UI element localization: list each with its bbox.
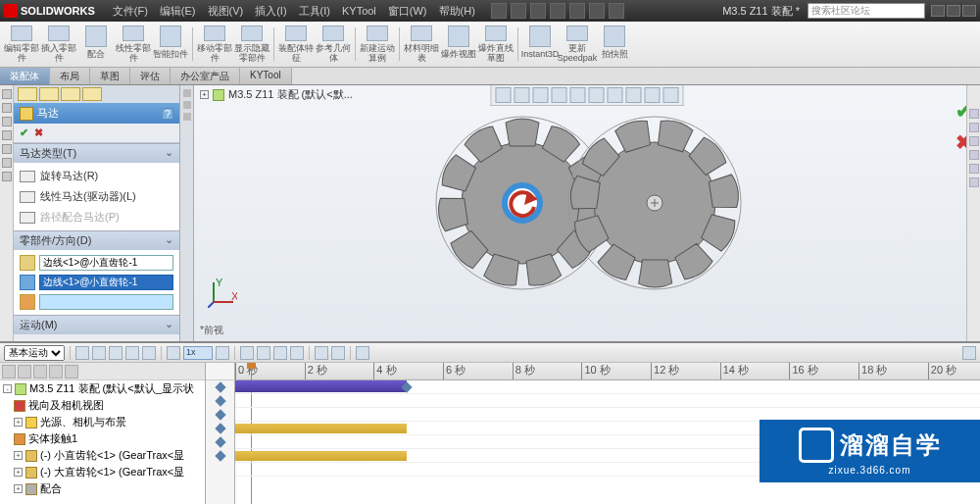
graphics-area[interactable]: + M3.5 Z11 装配 (默认<默... ✔ ✖ [194,85,980,341]
tp-view-palette-icon[interactable] [969,150,979,160]
side-icon[interactable] [2,103,12,113]
tp-file-explorer-icon[interactable] [969,136,979,146]
pm-tab-display-icon[interactable] [61,87,80,101]
key-icon[interactable] [215,450,225,461]
side-icon[interactable] [2,144,12,154]
cmd-smart-fasteners[interactable]: 智能扣件 [153,24,188,65]
ok-icon[interactable]: ✔ [20,126,28,139]
direction-input[interactable] [39,275,173,290]
restore-icon[interactable] [947,5,960,17]
cmd-bom[interactable]: 材料明细表 [404,24,439,65]
cmd-linear-pattern[interactable]: 线性零部件 [116,24,151,65]
pm-tab-config-icon[interactable] [39,87,59,101]
menu-edit[interactable]: 编辑(E) [154,2,202,21]
prev-view-icon[interactable] [533,87,549,103]
tab-kytool[interactable]: KYTool [240,68,292,84]
opt-linear-motor[interactable]: 线性马达(驱动器)(L) [18,186,175,207]
key-icon[interactable] [215,423,225,433]
cmd-snapshot[interactable]: 拍快照 [597,24,632,65]
key-icon[interactable] [215,409,225,420]
menu-view[interactable]: 视图(V) [202,2,250,21]
gravity-icon[interactable] [290,346,304,360]
key-icon[interactable] [215,395,225,406]
qat-open-icon[interactable] [511,3,526,19]
qat-print-icon[interactable] [550,3,565,19]
tree-lights[interactable]: +光源、相机与布景 [0,414,205,430]
menu-help[interactable]: 帮助(H) [433,2,481,21]
qat-new-icon[interactable] [491,3,507,19]
filter-selected-icon[interactable] [49,365,63,378]
save-anim-icon[interactable] [216,346,229,360]
menu-kytool[interactable]: KYTool [336,3,382,19]
cmd-insert-component[interactable]: 插入零部件 [41,24,76,65]
side-icon[interactable] [2,89,12,99]
plot-icon[interactable] [331,346,345,360]
tp-custom-props-icon[interactable] [969,177,979,187]
opt-rotary-motor[interactable]: 旋转马达(R) [18,166,175,186]
play-end-icon[interactable] [142,346,156,360]
tp-design-library-icon[interactable] [969,123,979,132]
qat-rebuild-icon[interactable] [589,3,605,19]
filter-anim-icon[interactable] [18,365,31,378]
side-icon[interactable] [2,130,12,140]
filter-icon[interactable] [2,365,16,378]
results-icon[interactable] [315,346,328,360]
play-icon[interactable] [109,346,122,360]
close-icon[interactable] [962,5,976,17]
calc-icon[interactable] [75,346,89,360]
cmd-assembly-features[interactable]: 装配体特征 [278,24,314,65]
play-start-icon[interactable] [92,346,106,360]
display-style-icon[interactable] [589,87,605,103]
side-icon[interactable] [2,117,12,126]
cmd-new-motion-study[interactable]: 新建运动算例 [360,24,395,65]
pm-section-motor-type[interactable]: 马达类型(T)⌄ [14,143,179,163]
tp-resources-icon[interactable] [969,109,979,119]
search-input[interactable]: 搜索社区论坛 [808,3,925,19]
track-orientation[interactable] [235,394,980,408]
tab-evaluate[interactable]: 评估 [130,68,171,84]
pm-tab-feature-icon[interactable] [18,87,37,101]
hide-show-icon[interactable] [608,87,623,103]
tree-root[interactable]: -M3.5 Z11 装配 (默认<默认_显示状 [0,380,205,397]
view-settings-icon[interactable] [663,87,679,103]
flyout-tree[interactable]: + M3.5 Z11 装配 (默认<默... [200,87,353,102]
stop-icon[interactable] [125,346,139,360]
tree-gear2[interactable]: +(-) 大直齿轮<1> (GearTrax<显 [0,464,205,480]
tab-sketch[interactable]: 草图 [90,68,130,84]
tab-assembly[interactable]: 装配体 [0,68,50,84]
menu-file[interactable]: 文件(F) [107,2,154,21]
section-view-icon[interactable] [552,87,567,103]
track-root[interactable] [235,380,980,394]
pm-section-motion[interactable]: 运动(M)⌄ [14,315,179,334]
minimize-icon[interactable] [931,5,945,17]
scene-icon[interactable] [645,87,661,103]
motor-add-icon[interactable] [240,346,254,360]
qat-undo-icon[interactable] [569,3,585,19]
study-type-select[interactable]: 基本运动 [4,345,65,361]
loop-icon[interactable] [167,346,180,360]
key-icon[interactable] [215,436,225,447]
relative-icon[interactable] [20,294,35,310]
tp-appearances-icon[interactable] [969,164,979,174]
pm-tab-prop-icon[interactable] [82,87,102,101]
cancel-icon[interactable]: ✖ [34,126,43,139]
direction-select-icon[interactable] [20,275,35,290]
filter-driving-icon[interactable] [33,365,47,378]
menu-insert[interactable]: 插入(I) [249,2,292,21]
cmd-move-component[interactable]: 移动零部件 [197,24,232,65]
cmd-ref-geometry[interactable]: 参考几何体 [316,24,351,65]
cmd-update-speedpak[interactable]: 更新Speedpak [560,24,595,65]
tab-layout[interactable]: 布局 [50,68,90,84]
side-icon[interactable] [2,172,12,181]
appearance-icon[interactable] [626,87,642,103]
tree-mates[interactable]: +配合 [0,480,205,497]
face-select-icon[interactable] [20,255,35,271]
relative-input[interactable] [39,294,173,310]
collapse-icon[interactable] [962,346,976,360]
contact-icon[interactable] [273,346,287,360]
cmd-instant3d[interactable]: Instant3D [522,24,558,65]
zoom-fit-icon[interactable] [496,87,512,103]
playback-speed[interactable]: 1x [183,346,213,360]
spring-icon[interactable] [257,346,270,360]
pm-help-button[interactable]: ? [162,108,173,120]
